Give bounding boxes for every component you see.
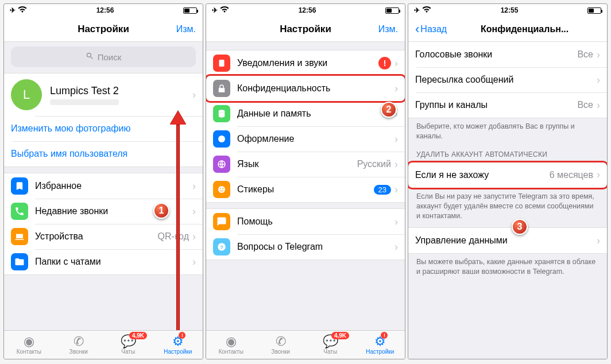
tab-bar: ◉ Контакты ✆ Звонки 💬 4,9K Чаты ⚙ ! Наст…: [4, 330, 203, 359]
appearance-icon: [213, 130, 230, 148]
chevron-right-icon: ›: [597, 169, 600, 181]
notifications-icon: [213, 55, 230, 72]
status-time: 12:56: [96, 6, 114, 14]
svg-rect-0: [219, 60, 225, 67]
svg-point-2: [218, 135, 225, 142]
scroll-content[interactable]: Уведомления и звуки ! › Конфиденциальнос…: [206, 42, 405, 330]
chevron-right-icon: ›: [192, 231, 196, 243]
chevron-right-icon: ›: [395, 184, 398, 196]
search-icon: [86, 52, 94, 62]
search-input[interactable]: Поиск: [11, 47, 196, 67]
profile-row[interactable]: L Lumpics Test 2 ›: [4, 73, 203, 116]
profile-name: Lumpics Test 2: [50, 85, 119, 97]
notifications-row[interactable]: Уведомления и звуки ! ›: [206, 51, 405, 76]
chat-folders-row[interactable]: Папки с чатами ›: [4, 249, 203, 274]
svg-text:?: ?: [220, 244, 223, 250]
chevron-left-icon: ‹: [415, 23, 419, 36]
help-row[interactable]: Помощь ›: [206, 209, 405, 234]
status-bar: ✈ 12:56: [206, 4, 405, 17]
faq-row[interactable]: ? Вопросы о Telegram ›: [206, 234, 405, 260]
tab-calls[interactable]: ✆Звонки: [256, 331, 306, 359]
recent-calls-row[interactable]: Недавние звонки ›: [4, 199, 203, 224]
phone-screenshot-1: ✈ 12:56 Настройки Изм. Поиск L Lumpics T…: [3, 3, 203, 359]
tab-contacts[interactable]: ◉Контакты: [206, 331, 256, 359]
phone-screenshot-3: ✈ 12:55 ‹ Назад Конфиденциальн... Голосо…: [408, 3, 608, 359]
saved-messages-row[interactable]: Избранное ›: [4, 173, 203, 199]
wifi-icon: [422, 6, 431, 15]
search-placeholder: Поиск: [98, 52, 122, 62]
chevron-right-icon: ›: [192, 180, 196, 192]
help-icon: [213, 213, 230, 230]
choose-username-link[interactable]: Выбрать имя пользователя: [4, 141, 203, 166]
wifi-icon: [18, 6, 27, 15]
stickers-row[interactable]: Стикеры 23 ›: [206, 177, 405, 202]
chevron-right-icon: ›: [597, 74, 600, 86]
alert-icon: !: [378, 57, 391, 69]
sticker-icon: [213, 181, 230, 198]
forwarding-row[interactable]: Пересылка сообщений ›: [408, 67, 607, 92]
chevron-right-icon: ›: [597, 99, 600, 111]
scroll-content[interactable]: Голосовые звонки Все › Пересылка сообщен…: [408, 42, 607, 359]
voice-calls-value: Все: [577, 49, 593, 60]
edit-button[interactable]: Изм.: [378, 24, 398, 34]
chevron-right-icon: ›: [597, 49, 600, 61]
chevron-right-icon: ›: [395, 216, 398, 228]
language-value: Русский: [357, 159, 391, 169]
status-bar: ✈ 12:56: [4, 4, 203, 17]
groups-row[interactable]: Группы и каналы Все ›: [408, 92, 607, 118]
chats-badge: 4,9K: [331, 332, 349, 339]
chevron-right-icon: ›: [395, 158, 398, 171]
step-badge-2: 2: [381, 102, 397, 118]
profile-subtitle: [50, 99, 119, 105]
step-badge-3: 3: [512, 219, 528, 235]
tab-chats[interactable]: 💬4,9KЧаты: [306, 331, 355, 359]
settings-alert-badge: !: [179, 332, 185, 339]
data-storage-row[interactable]: Данные и память ›: [206, 101, 405, 126]
voice-calls-row[interactable]: Голосовые звонки Все ›: [408, 42, 607, 67]
airplane-icon: ✈: [212, 6, 218, 14]
tab-contacts[interactable]: ◉ Контакты: [4, 331, 54, 359]
avatar: L: [11, 79, 42, 110]
devices-row[interactable]: Устройства QR-код ›: [4, 224, 203, 249]
edit-button[interactable]: Изм.: [176, 24, 196, 34]
chevron-right-icon: ›: [192, 256, 196, 268]
data-management-footer: Вы можете выбрать, какие данные хранятся…: [408, 254, 607, 278]
groups-value: Все: [577, 100, 593, 110]
data-management-row[interactable]: Управление данными ›: [408, 228, 607, 253]
arrow-up-annotation: [176, 111, 186, 330]
chevron-right-icon: ›: [192, 89, 196, 101]
nav-bar: ‹ Назад Конфиденциальн...: [408, 17, 607, 42]
scroll-content[interactable]: Поиск L Lumpics Test 2 › Изменить мою фо…: [4, 42, 203, 330]
globe-icon: [213, 156, 230, 173]
wifi-icon: [220, 6, 229, 15]
tab-chats[interactable]: 💬 4,9K Чаты: [103, 331, 153, 359]
stickers-badge: 23: [374, 185, 391, 195]
chevron-right-icon: ›: [395, 57, 398, 69]
svg-point-1: [219, 110, 225, 113]
airplane-icon: ✈: [414, 6, 420, 14]
nav-bar: Настройки Изм.: [206, 17, 405, 42]
if-away-row[interactable]: Если я не захожу 6 месяцев ›: [408, 162, 607, 188]
delete-account-header: УДАЛИТЬ АККАУНТ АВТОМАТИЧЕСКИ: [408, 142, 607, 162]
tab-settings[interactable]: ⚙!Настройки: [355, 331, 405, 359]
privacy-row[interactable]: Конфиденциальность ›: [206, 76, 405, 101]
svg-point-5: [220, 188, 221, 189]
back-button[interactable]: ‹ Назад: [415, 23, 447, 36]
status-time: 12:55: [501, 6, 519, 14]
appearance-row[interactable]: Оформление ›: [206, 126, 405, 152]
groups-footer: Выберите, кто может добавлять Вас в груп…: [408, 118, 607, 142]
tab-settings[interactable]: ⚙ ! Настройки: [153, 331, 203, 359]
if-away-value: 6 месяцев: [550, 170, 593, 180]
language-row[interactable]: Язык Русский ›: [206, 152, 405, 177]
folder-icon: [11, 253, 28, 270]
chats-badge: 4,9K: [129, 332, 147, 339]
chevron-right-icon: ›: [597, 235, 600, 247]
bookmark-icon: [11, 177, 28, 195]
phone-icon: [11, 203, 28, 220]
lock-icon: [213, 80, 230, 97]
highlight-if-away: Если я не захожу 6 месяцев ›: [408, 161, 607, 189]
chevron-right-icon: ›: [192, 206, 196, 218]
question-icon: ?: [213, 238, 230, 255]
chevron-right-icon: ›: [395, 241, 398, 253]
tab-calls[interactable]: ✆ Звонки: [54, 331, 104, 359]
